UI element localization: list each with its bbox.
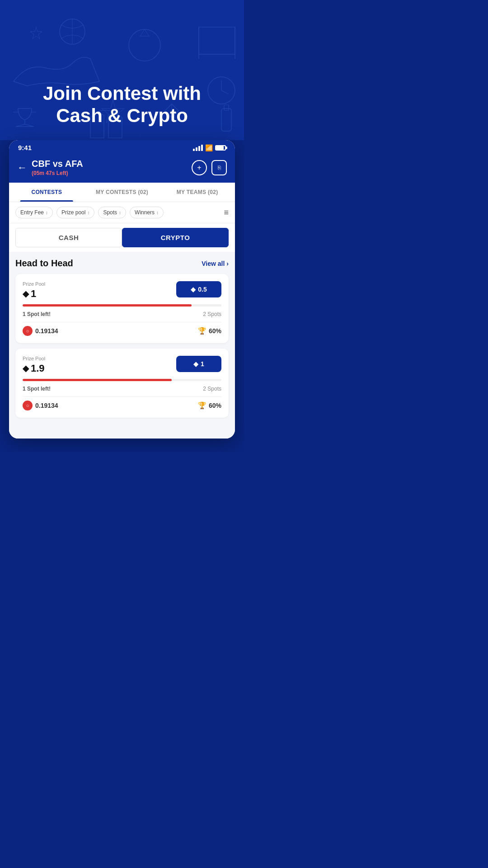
svg-marker-8 (30, 27, 42, 39)
prize-amount: ◆ 1.9 (23, 363, 45, 374)
card-spots: 1 Spot left! 2 Spots (23, 311, 221, 317)
progress-fill (23, 304, 192, 307)
trophy-icon: 🏆 (198, 327, 206, 335)
tab-my-contests[interactable]: MY CONTESTS (02) (84, 183, 160, 202)
sort-icon: ↕ (119, 210, 121, 215)
svg-line-6 (221, 90, 228, 94)
bottom-pad (9, 429, 235, 439)
view-all-button[interactable]: View all › (202, 260, 229, 267)
cash-crypto-toggle: CASH CRYPTO (9, 223, 235, 252)
filter-prize-pool[interactable]: Prize pool ↕ (56, 207, 94, 218)
status-time: 9:41 (18, 144, 32, 151)
app-header: ← CBF vs AFA (05m 47s Left) + ⎘ (9, 154, 235, 183)
card-bottom: ○ 0.19134 🏆 60% (23, 326, 221, 336)
svg-rect-16 (224, 105, 229, 110)
entry-fee: ○ 0.19134 (23, 326, 58, 336)
spots-left: 1 Spot left! (23, 386, 51, 392)
card-top: Prize Pool ◆ 1 ◆ 0.5 (23, 281, 221, 300)
hero-title: Join Contest with Cash & Crypto (29, 83, 215, 131)
chevron-right-icon: › (226, 260, 229, 267)
join-button[interactable]: ◆ 0.5 (176, 281, 221, 297)
cash-toggle-button[interactable]: CASH (15, 228, 122, 247)
crypto-toggle-button[interactable]: CRYPTO (122, 228, 229, 247)
svg-point-0 (129, 29, 160, 61)
card-spots: 1 Spot left! 2 Spots (23, 386, 221, 392)
phone-mockup: 9:41 📶 ← CBF vs AFA (05m 47s Left) (9, 140, 235, 439)
content-area: Head to Head View all › Prize Pool ◆ 1 (9, 252, 235, 429)
entry-fee: ○ 0.19134 (23, 401, 58, 410)
eth-icon: ◆ (23, 289, 29, 299)
spots-left: 1 Spot left! (23, 311, 51, 317)
join-button[interactable]: ◆ 1 (176, 356, 221, 372)
match-info: CBF vs AFA (05m 47s Left) (32, 159, 83, 176)
prize-info: Prize Pool ◆ 1 (23, 281, 45, 300)
eth-icon: ◆ (23, 363, 29, 373)
battery-icon (215, 145, 226, 151)
hero-section: Join Contest with Cash & Crypto (0, 0, 244, 140)
progress-fill (23, 379, 172, 381)
tab-contests[interactable]: CONTESTS (9, 183, 84, 202)
card-divider (23, 396, 221, 397)
signal-icon (193, 145, 203, 151)
status-bar: 9:41 📶 (9, 140, 235, 154)
progress-bar (23, 304, 221, 307)
sort-icon: ↕ (87, 210, 89, 215)
wallet-icon: ⎘ (218, 165, 221, 171)
plus-icon: + (197, 164, 201, 172)
section-header: Head to Head View all › (15, 258, 229, 269)
card-divider (23, 322, 221, 322)
card-top: Prize Pool ◆ 1.9 ◆ 1 (23, 356, 221, 374)
entry-icon: ○ (23, 401, 33, 410)
sort-icon: ↕ (156, 210, 159, 215)
tab-bar: CONTESTS MY CONTESTS (02) MY TEAMS (02) (9, 183, 235, 202)
section-title: Head to Head (15, 258, 73, 269)
wallet-button[interactable]: ⎘ (211, 160, 227, 175)
filter-more-button[interactable]: ≡ (224, 208, 229, 217)
contest-card: Prize Pool ◆ 1 ◆ 0.5 1 Spot le (15, 274, 229, 343)
trophy-icon: 🏆 (198, 401, 206, 410)
filter-winners[interactable]: Winners ↕ (130, 207, 164, 218)
back-button[interactable]: ← (17, 162, 27, 174)
svg-rect-1 (199, 27, 235, 54)
prize-amount: ◆ 1 (23, 288, 45, 300)
wifi-icon: 📶 (205, 144, 213, 151)
add-team-button[interactable]: + (192, 160, 207, 175)
filter-row: Entry Fee ↕ Prize pool ↕ Spots ↕ Winners… (9, 202, 235, 223)
match-title: CBF vs AFA (32, 159, 83, 169)
entry-icon: ○ (23, 326, 33, 336)
filter-spots[interactable]: Spots ↕ (98, 207, 126, 218)
contest-card: Prize Pool ◆ 1.9 ◆ 1 1 Spot le (15, 349, 229, 418)
eth-small-icon: ◆ (191, 286, 196, 293)
spots-total: 2 Spots (203, 311, 221, 317)
sort-icon: ↕ (46, 210, 48, 215)
tab-my-teams[interactable]: MY TEAMS (02) (160, 183, 235, 202)
prize-info: Prize Pool ◆ 1.9 (23, 356, 45, 374)
eth-small-icon: ◆ (193, 360, 198, 368)
filter-entry-fee[interactable]: Entry Fee ↕ (15, 207, 53, 218)
progress-bar (23, 379, 221, 381)
match-timer: (05m 47s Left) (32, 170, 83, 176)
winners-percentage: 🏆 60% (198, 327, 221, 335)
spots-total: 2 Spots (203, 386, 221, 392)
svg-rect-15 (221, 108, 231, 131)
card-bottom: ○ 0.19134 🏆 60% (23, 401, 221, 410)
status-icons: 📶 (193, 144, 226, 151)
header-actions: + ⎘ (192, 160, 227, 175)
header-left: ← CBF vs AFA (05m 47s Left) (17, 159, 83, 176)
winners-percentage: 🏆 60% (198, 401, 221, 410)
